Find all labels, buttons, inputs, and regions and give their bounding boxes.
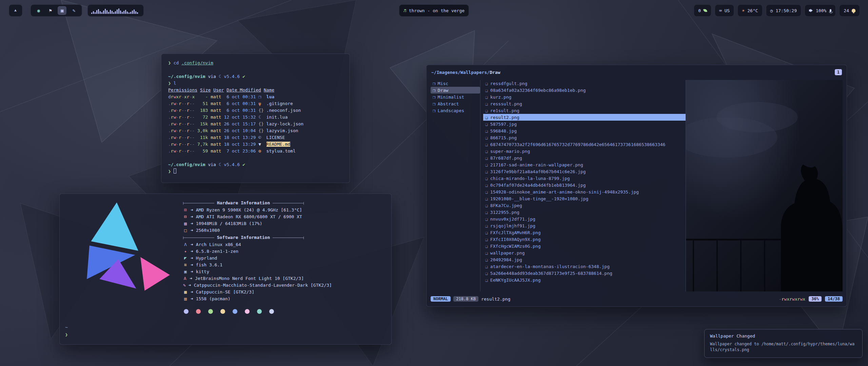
- file-manager-window[interactable]: ~/Imagenes/Wallpapers/Draw 1 ❒Misc❒Draw❒…: [426, 65, 847, 307]
- file-item[interactable]: ❏result2.png: [483, 114, 686, 121]
- software-section-header: Software Information: [183, 234, 304, 241]
- visualizer-bar: [137, 12, 138, 14]
- files-workspace-icon[interactable]: ▣: [58, 6, 66, 15]
- file-item[interactable]: ❏3126f7e9bbf21a8a4af0b67b041c6e26.jpg: [483, 168, 686, 175]
- dir-item[interactable]: ❒Draw: [431, 87, 480, 94]
- volume-pill[interactable]: 100%: [805, 4, 836, 17]
- permissions-text: -rwxrwxrwx: [779, 297, 805, 302]
- file-item[interactable]: ❏866715.png: [483, 134, 686, 141]
- visualizer-bar: [106, 10, 107, 14]
- file-item[interactable]: ❏FXfcJlTXgAMvH6R.png: [483, 229, 686, 236]
- file-item[interactable]: ❏resssult.png: [483, 100, 686, 107]
- dir-item[interactable]: ❒Misc: [431, 80, 480, 87]
- file-item[interactable]: ❏EeNKYgIUcAAJ5JX.png: [483, 277, 686, 283]
- dir-item[interactable]: ❒Landscapes: [431, 107, 480, 114]
- visualizer-bar: [118, 8, 119, 14]
- file-item[interactable]: ❏596848.jpg: [483, 127, 686, 134]
- fetch-terminal-window[interactable]: Hardware Information ⊡➜AMD Ryzen 9 5900X…: [59, 194, 392, 345]
- file-item[interactable]: ❏rsjqojlmjhf91.jpg: [483, 222, 686, 229]
- image-file-icon: ❏: [485, 278, 488, 283]
- file-item[interactable]: ❏3122955.png: [483, 209, 686, 216]
- memory-icon: ▥: [183, 220, 188, 227]
- file-item[interactable]: ❏87r687df.png: [483, 155, 686, 161]
- prompt-symbol: ❯: [168, 60, 171, 65]
- file-item[interactable]: ❏19201080-__blue-tinge__-1920×1080.jpg: [483, 195, 686, 202]
- ls-row: drwxr-xr-x - matt 6 oct 00:31 ❒ lua: [168, 94, 343, 100]
- dir-item[interactable]: ❒Minimalist: [431, 94, 480, 100]
- file-item[interactable]: ❏FXfcHgcWIAMzs0G.png: [483, 243, 686, 249]
- media-title-pill[interactable]: ♬thrown - on the verge: [399, 4, 469, 17]
- notification-popup[interactable]: Wallpaper Changed Wallpaper changed to /…: [704, 329, 863, 358]
- file-item[interactable]: ❏154928-odinokoe_anime-art-anime-okno-si…: [483, 188, 686, 195]
- json-icon: {}: [258, 121, 264, 127]
- preview-image: [686, 80, 843, 291]
- file-item[interactable]: ❏217167-sad-anime-rain-wallpaper.png: [483, 161, 686, 168]
- folder-icon: ❒: [433, 88, 435, 93]
- terminal-cursor: [174, 168, 176, 174]
- cpu-icon: ⊡: [183, 207, 188, 214]
- shell-input-line[interactable]: ❯: [168, 168, 343, 175]
- file-item[interactable]: ❏nnvuv0xj2df71.jpg: [483, 216, 686, 222]
- hardware-section-header: Hardware Information: [183, 200, 304, 206]
- visualizer-bar: [112, 11, 113, 14]
- image-file-icon: ❏: [485, 257, 488, 262]
- file-item[interactable]: ❏atardecer-en-la-montanas-ilustracion-63…: [483, 263, 686, 270]
- image-file-icon: ❏: [485, 169, 488, 174]
- icons-icon: ▦: [183, 289, 188, 296]
- dir-item[interactable]: ❒Abstract: [431, 100, 480, 107]
- ls-row: .rw-r--r-- 51 matt 6 oct 00:31 ψ .gitign…: [168, 100, 343, 107]
- visualizer-bar: [123, 11, 124, 14]
- file-item[interactable]: ❏chica-mirando-la-luna-8799.jpg: [483, 175, 686, 182]
- keyboard-pill[interactable]: ⌨US: [715, 4, 734, 17]
- browser-workspace-icon[interactable]: ◉: [34, 6, 43, 15]
- file-item[interactable]: ❏08a634fa02a32364f69ebc86a98eb1eb.png: [483, 87, 686, 94]
- file-item[interactable]: ❏super-mario.png: [483, 148, 686, 155]
- file-name: init.lua: [267, 115, 288, 120]
- mode-badge: NORMAL: [431, 296, 451, 302]
- file-item[interactable]: ❏0c794faf07de24a4db4d4fb1eb813964.jpg: [483, 182, 686, 188]
- command: l: [174, 81, 176, 86]
- file-item[interactable]: ❏FXfcII0X0AQyn9X.png: [483, 236, 686, 243]
- audio-visualizer[interactable]: [87, 4, 144, 17]
- image-file-icon: ❏: [485, 189, 488, 195]
- system-info: Hardware Information ⊡➜AMD Ryzen 9 5900X…: [183, 199, 304, 314]
- file-item[interactable]: ❏ressdfgult.png: [483, 80, 686, 87]
- terminal-window[interactable]: ❯ cd .config/nvim ~/.config/nvim via ☾ v…: [161, 54, 350, 183]
- file-item[interactable]: ❏20492984.jpg: [483, 256, 686, 263]
- color-palette: [183, 309, 304, 314]
- shell-command-line: ❯ l: [168, 80, 343, 87]
- file-item[interactable]: ❏587597.jpg: [483, 121, 686, 127]
- updates-pill[interactable]: 0: [694, 4, 711, 17]
- folder-icon: ❒: [433, 95, 435, 100]
- image-file-icon: ❏: [485, 162, 488, 167]
- flag-workspace-icon[interactable]: ⚑: [46, 6, 55, 15]
- file-item[interactable]: ❏wallpaper.png: [483, 249, 686, 256]
- file-name: LICENSE: [267, 135, 285, 140]
- file-item[interactable]: ❏kurz.png: [483, 94, 686, 100]
- clock-pill[interactable]: ◷17:50:29: [766, 4, 801, 17]
- image-file-icon: ❏: [485, 128, 488, 134]
- file-item[interactable]: ❏8FKa7Cu.jpeg: [483, 202, 686, 209]
- visualizer-bar: [100, 11, 101, 14]
- prompt-symbol[interactable]: ❯: [65, 331, 68, 338]
- weather-pill[interactable]: ☀26°C: [737, 4, 762, 17]
- file-item[interactable]: ❏68747470733a2f2f696d616765732d7769786d6…: [483, 141, 686, 148]
- shell-icon: ≋: [183, 262, 188, 268]
- file-item[interactable]: ❏re1sult.png: [483, 107, 686, 114]
- edit-workspace-icon[interactable]: ✎: [70, 6, 78, 15]
- visualizer-bar: [95, 12, 96, 14]
- info-line: A➜JetBrainsMono Nerd Font Light 10 [GTK2…: [183, 275, 304, 282]
- notifications-pill[interactable]: 24: [839, 4, 860, 17]
- ls-header: Permissions Size User Date Modified Name: [168, 87, 343, 94]
- visualizer-bar: [103, 11, 104, 14]
- visualizer-bar: [127, 12, 128, 14]
- file-name: lua: [267, 94, 274, 99]
- info-line: ≋➜fish 3.6.1: [183, 262, 304, 268]
- launcher-button[interactable]: ➤: [9, 4, 22, 17]
- visualizer-bar: [132, 11, 133, 14]
- file-item[interactable]: ❏5a266e448add93deab367d87173e9f25-683788…: [483, 270, 686, 277]
- image-file-icon: ❏: [485, 135, 488, 140]
- json-icon: {}: [258, 127, 264, 134]
- ls-row: .rw-r--r-- 72 matt 12 oct 15:32 ☾ init.l…: [168, 114, 343, 121]
- visualizer-bar: [105, 9, 106, 14]
